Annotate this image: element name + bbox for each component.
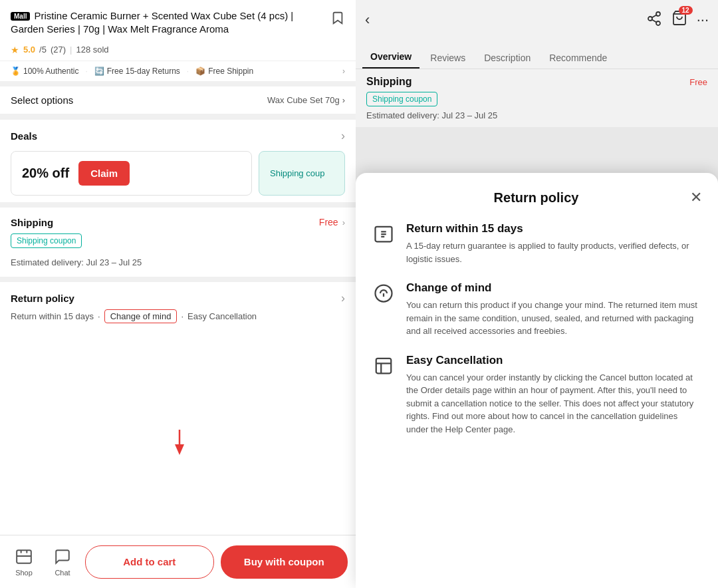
delivery-estimate: Estimated delivery: Jul 23 – Jul 25 bbox=[11, 257, 345, 267]
shipping-section: Shipping Free › Shipping coupon Estimate… bbox=[0, 202, 356, 277]
return-chevron-icon[interactable]: › bbox=[341, 291, 345, 305]
svg-point-5 bbox=[656, 21, 660, 25]
bookmark-icon[interactable] bbox=[330, 11, 345, 28]
auth-shipping: 📦 Free Shippin bbox=[195, 67, 253, 76]
shipping-coupon-card[interactable]: Shipping coup bbox=[259, 151, 345, 196]
select-options-label: Select options bbox=[11, 94, 73, 106]
policy-return-15-days: Return within 15 days A 15-day return gu… bbox=[372, 222, 702, 265]
select-options-value: Wax Cube Set 70g bbox=[267, 95, 340, 105]
return-tag-cancellation: Easy Cancellation bbox=[187, 311, 257, 321]
sold-text: 128 sold bbox=[76, 45, 108, 55]
shipping-chevron-icon[interactable]: › bbox=[342, 218, 345, 227]
return-tag-15days: Return within 15 days bbox=[11, 311, 94, 321]
tab-description[interactable]: Description bbox=[476, 47, 538, 69]
return-tag-change-of-mind[interactable]: Change of mind bbox=[104, 309, 178, 323]
change-of-mind-icon bbox=[372, 281, 396, 305]
return-policy-modal: Return policy ✕ Return within 15 days A … bbox=[356, 173, 718, 588]
left-panel: MallPristine Ceramic Burner + Scented Wa… bbox=[0, 0, 356, 588]
auth-returns: 🔄 Free 15-day Returns bbox=[94, 67, 180, 76]
modal-close-button[interactable]: ✕ bbox=[690, 189, 702, 206]
deal-card-discount: 20% off Claim bbox=[11, 151, 252, 196]
tab-reviews[interactable]: Reviews bbox=[422, 47, 473, 69]
shop-icon bbox=[14, 547, 34, 567]
right-shipping-label: Shipping bbox=[366, 76, 412, 88]
chat-icon bbox=[53, 547, 72, 567]
svg-rect-2 bbox=[17, 550, 31, 563]
deals-section: Deals › 20% off Claim Shipping coup bbox=[0, 114, 356, 202]
svg-point-4 bbox=[648, 17, 652, 21]
shipping-coupon-label: Shipping coup bbox=[270, 168, 324, 178]
auth-authentic: 🏅 100% Authentic bbox=[11, 67, 78, 76]
return-row: Return policy › bbox=[11, 291, 345, 305]
chat-label: Chat bbox=[55, 569, 70, 577]
tab-overview[interactable]: Overview bbox=[362, 46, 419, 69]
auth-returns-label: Free 15-day Returns bbox=[107, 67, 180, 76]
return-policy-label: Return policy bbox=[11, 293, 74, 304]
return-tags: Return within 15 days · Change of mind ·… bbox=[11, 309, 345, 323]
review-count: (27) bbox=[51, 45, 66, 55]
cart-icon bbox=[671, 13, 687, 29]
shipping-row: Shipping Free › bbox=[11, 217, 345, 228]
policy-cancellation-name: Easy Cancellation bbox=[406, 354, 702, 367]
tab-recommended[interactable]: Recommende bbox=[541, 47, 615, 69]
select-options-bar[interactable]: Select options Wax Cube Set 70g › bbox=[0, 81, 356, 114]
deals-header: Deals › bbox=[11, 129, 345, 143]
arrow-indicator bbox=[172, 430, 187, 456]
bottom-bar: Shop Chat Add to cart Buy with coupon bbox=[0, 535, 356, 588]
right-coupon-tag[interactable]: Shipping coupon bbox=[366, 92, 437, 106]
cart-badge: 12 bbox=[679, 6, 693, 15]
auth-authentic-label: 100% Authentic bbox=[23, 67, 78, 76]
back-button[interactable]: ‹ bbox=[365, 11, 370, 29]
deal-discount-text: 20% off bbox=[22, 166, 69, 181]
right-delivery-estimate: Estimated delivery: Jul 23 – Jul 25 bbox=[366, 110, 707, 120]
buy-with-coupon-button[interactable]: Buy with coupon bbox=[221, 545, 348, 579]
chat-button[interactable]: Chat bbox=[47, 547, 78, 577]
auth-shipping-label: Free Shippin bbox=[208, 67, 253, 76]
return-icon bbox=[372, 222, 396, 246]
shipping-coupon-tag[interactable]: Shipping coupon bbox=[11, 233, 82, 248]
product-title: Pristine Ceramic Burner + Scented Wax Cu… bbox=[11, 10, 293, 35]
claim-button[interactable]: Claim bbox=[78, 161, 130, 186]
shipping-free-label: Free bbox=[319, 217, 338, 227]
more-button[interactable]: ··· bbox=[697, 11, 709, 29]
policy-change-mind-name: Change of mind bbox=[406, 281, 702, 295]
policy-15-days-desc: A 15-day return guarantee is applied to … bbox=[406, 239, 702, 265]
product-header: MallPristine Ceramic Burner + Scented Wa… bbox=[0, 0, 356, 42]
rating-value: 5.0 bbox=[23, 45, 35, 55]
shipping-label: Shipping bbox=[11, 217, 53, 228]
policy-change-of-mind: Change of mind You can return this produ… bbox=[372, 281, 702, 338]
product-header-left: MallPristine Ceramic Burner + Scented Wa… bbox=[11, 9, 324, 37]
right-free-label: Free bbox=[689, 77, 707, 87]
right-tabs: Overview Reviews Description Recommende bbox=[356, 40, 718, 69]
policy-easy-cancellation: Easy Cancellation You can cancel your or… bbox=[372, 354, 702, 436]
select-options-chevron-icon: › bbox=[342, 95, 345, 105]
svg-point-3 bbox=[656, 12, 660, 16]
cart-button[interactable]: 12 bbox=[671, 10, 687, 30]
deals-cards: 20% off Claim Shipping coup bbox=[11, 151, 345, 196]
select-options-right: Wax Cube Set 70g › bbox=[267, 95, 345, 105]
right-shipping-mini: Shipping Free Shipping coupon Estimated … bbox=[356, 69, 718, 127]
auth-chevron-icon[interactable]: › bbox=[342, 67, 345, 76]
policy-15-days-name: Return within 15 days bbox=[406, 222, 702, 235]
policy-change-mind-desc: You can return this product if you chang… bbox=[406, 299, 702, 338]
rating-max: /5 bbox=[39, 45, 47, 55]
deals-title: Deals bbox=[11, 130, 37, 142]
shop-label: Shop bbox=[15, 569, 33, 577]
mall-badge: Mall bbox=[11, 12, 30, 21]
add-to-cart-button[interactable]: Add to cart bbox=[85, 545, 214, 579]
return-section: Return policy › Return within 15 days · … bbox=[0, 277, 356, 333]
deals-chevron-icon[interactable]: › bbox=[341, 129, 345, 143]
authenticity-bar[interactable]: 🏅 100% Authentic · 🔄 Free 15-day Returns… bbox=[0, 61, 356, 81]
right-nav: ‹ 12 ··· bbox=[356, 0, 718, 40]
shop-button[interactable]: Shop bbox=[8, 547, 40, 577]
cancellation-icon bbox=[372, 354, 396, 378]
star-icon: ★ bbox=[11, 45, 19, 55]
modal-header: Return policy ✕ bbox=[372, 189, 702, 206]
modal-title: Return policy bbox=[388, 190, 685, 206]
svg-marker-1 bbox=[175, 444, 184, 455]
rating-row: ★ 5.0 /5 (27) | 128 sold bbox=[0, 42, 356, 61]
svg-rect-8 bbox=[376, 358, 392, 373]
share-button[interactable] bbox=[646, 11, 662, 30]
policy-cancellation-desc: You can cancel your order instantly by c… bbox=[406, 371, 702, 436]
